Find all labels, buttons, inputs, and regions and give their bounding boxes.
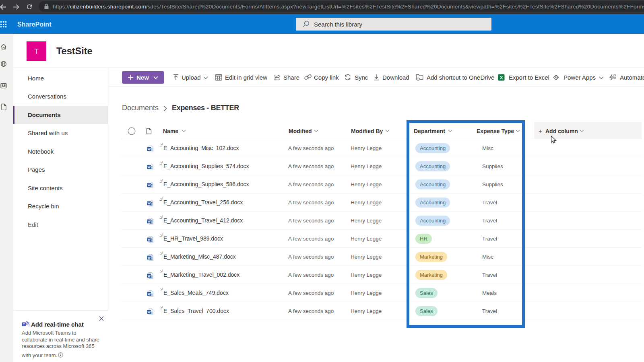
svg-text:W: W (148, 274, 151, 278)
svg-text:W: W (148, 238, 151, 241)
svg-text:T: T (23, 323, 25, 326)
svg-text:W: W (148, 310, 151, 314)
svg-text:W: W (148, 220, 151, 223)
svg-text:W: W (148, 292, 151, 296)
svg-text:W: W (148, 202, 151, 205)
svg-text:W: W (148, 183, 151, 187)
svg-text:W: W (148, 256, 151, 259)
svg-text:X: X (500, 75, 503, 80)
svg-text:W: W (148, 147, 151, 151)
svg-text:W: W (148, 165, 151, 169)
